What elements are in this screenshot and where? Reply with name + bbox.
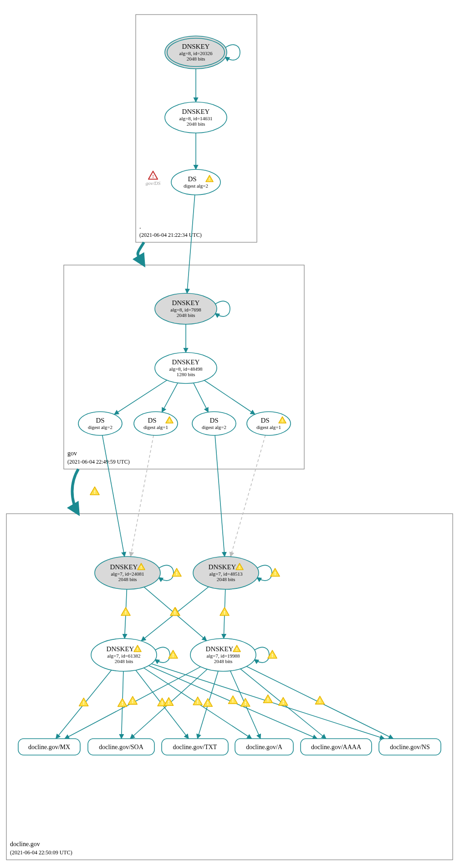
- svg-text:!: !: [232, 698, 234, 703]
- dnssec-diagram: .(2021-06-04 21:22:34 UTC)gov(2021-06-04…: [0, 0, 465, 868]
- node-title: DNSKEY: [182, 108, 210, 115]
- zone-timestamp: (2021-06-04 21:22:34 UTC): [139, 232, 202, 238]
- rr-label: docline.gov/MX: [28, 744, 70, 751]
- svg-text:!: !: [245, 700, 246, 706]
- node-sub2: 2048 bits: [214, 659, 233, 664]
- node-title: DNSKEY: [182, 43, 210, 50]
- node-sub2: 2048 bits: [187, 56, 205, 61]
- node-sub1: alg=8, id=48498: [169, 366, 203, 372]
- svg-text:!: !: [197, 699, 199, 705]
- svg-text:!: !: [172, 653, 174, 658]
- node-sub1: alg=8, id=7698: [170, 307, 201, 312]
- svg-text:!: !: [122, 700, 123, 706]
- node-title: DNSKEY: [206, 645, 234, 653]
- rr-label: docline.gov/TXT: [173, 744, 217, 751]
- svg-text:!: !: [282, 419, 283, 423]
- node-sub1: alg=7, id=24081: [111, 571, 144, 577]
- svg-text:!: !: [174, 610, 176, 615]
- zone-title: docline.gov: [10, 841, 40, 848]
- svg-text:!: !: [168, 700, 170, 705]
- node-title: DS: [261, 417, 269, 424]
- svg-text:!: !: [239, 565, 240, 570]
- node-title: DNSKEY: [107, 645, 134, 653]
- zone-title: .: [139, 223, 141, 230]
- svg-text:!: !: [282, 700, 284, 705]
- rr-label: docline.gov/SOA: [99, 744, 143, 751]
- node-sub1: alg=7, id=19988: [207, 653, 240, 659]
- svg-text:!: !: [137, 647, 138, 652]
- node-sub1: digest alg=1: [256, 424, 281, 430]
- zone-arrow: [138, 242, 144, 265]
- zone-timestamp: (2021-06-04 22:50:09 UTC): [10, 849, 72, 856]
- node-title: DS: [96, 417, 104, 424]
- node-sub1: digest alg=2: [202, 424, 226, 430]
- svg-text:!: !: [169, 419, 170, 423]
- node-sub2: 2048 bits: [217, 577, 235, 582]
- node-sub1: digest alg=1: [143, 424, 168, 430]
- node-title: DS: [148, 417, 156, 424]
- svg-text:!: !: [132, 699, 133, 704]
- svg-text:!: !: [271, 653, 273, 658]
- node-title: DNSKEY: [172, 358, 200, 366]
- node-sub1: alg=7, id=48513: [210, 571, 243, 577]
- zone-title: gov: [67, 450, 77, 457]
- svg-text:!: !: [83, 700, 85, 705]
- node-sub2: 2048 bits: [115, 659, 133, 664]
- node-sub1: alg=8, id=20326: [179, 51, 213, 56]
- node-sub1: alg=8, id=14631: [179, 116, 213, 121]
- rr-label: docline.gov/A: [246, 744, 283, 751]
- svg-text:!: !: [125, 610, 127, 615]
- node-sub2: 2048 bits: [177, 312, 195, 318]
- node-sub2: 1280 bits: [177, 372, 195, 377]
- svg-text:!: !: [319, 698, 321, 704]
- svg-text:!: !: [267, 697, 269, 702]
- svg-text:!: !: [94, 489, 96, 495]
- svg-text:!: !: [152, 174, 154, 179]
- svg-text:!: !: [224, 610, 225, 615]
- node-title: DS: [210, 417, 218, 424]
- node-title: DNSKEY: [110, 563, 138, 571]
- error-label: gov/DS: [146, 180, 161, 186]
- node-title: DNSKEY: [209, 563, 236, 571]
- zone-timestamp: (2021-06-04 22:49:59 UTC): [67, 459, 130, 465]
- node-sub1: digest alg=2: [184, 183, 208, 189]
- node-sub1: alg=7, id=61382: [107, 653, 141, 659]
- node-sub2: 2048 bits: [118, 577, 137, 582]
- rr-label: docline.gov/NS: [390, 744, 430, 751]
- svg-text:!: !: [207, 700, 209, 706]
- node-title: DNSKEY: [172, 299, 200, 306]
- svg-text:!: !: [236, 647, 238, 652]
- svg-text:!: !: [141, 565, 142, 570]
- svg-text:!: !: [209, 177, 210, 182]
- rr-label: docline.gov/AAAA: [311, 744, 362, 751]
- svg-text:!: !: [176, 571, 178, 576]
- zone-arrow: [72, 469, 79, 514]
- svg-text:!: !: [161, 700, 163, 705]
- svg-text:!: !: [274, 571, 276, 576]
- node-sub2: 2048 bits: [187, 121, 205, 127]
- node-sub1: digest alg=2: [88, 424, 112, 430]
- node-title: DS: [188, 175, 196, 183]
